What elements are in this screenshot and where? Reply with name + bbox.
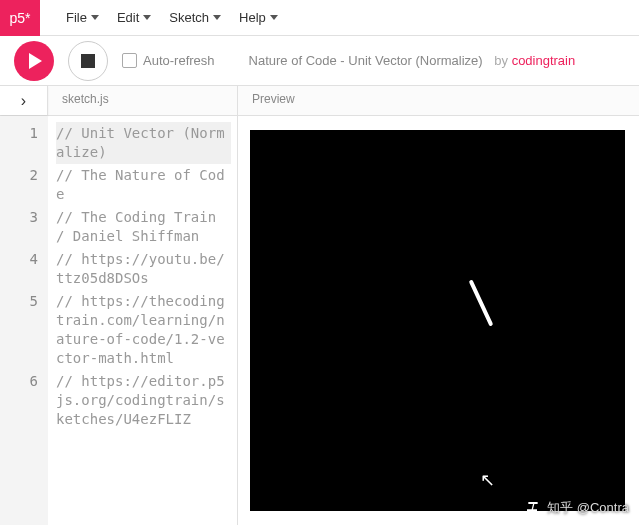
cursor-icon: ↖ — [480, 469, 495, 491]
by-label: by — [494, 53, 508, 68]
code-line[interactable]: // https://thecodingtrain.com/learning/n… — [56, 290, 231, 370]
auto-refresh-toggle: Auto-refresh — [122, 53, 215, 68]
tab-preview: Preview — [238, 86, 309, 115]
line-number: 2 — [0, 164, 48, 206]
menu-file-label: File — [66, 10, 87, 25]
menu-sketch[interactable]: Sketch — [163, 6, 227, 29]
preview-canvas[interactable]: ↖ — [250, 130, 625, 511]
stop-icon — [81, 54, 95, 68]
vector-line-graphic — [469, 280, 494, 327]
line-number: 1 — [0, 122, 48, 164]
menubar: p5* File Edit Sketch Help — [0, 0, 639, 36]
caret-down-icon — [270, 15, 278, 20]
line-number: 6 — [0, 370, 48, 431]
line-gutter: 123456 — [0, 116, 48, 525]
line-number: 4 — [0, 248, 48, 290]
sketch-title: Nature of Code - Unit Vector (Normalize)… — [249, 53, 625, 68]
code-line[interactable]: // Unit Vector (Normalize) — [56, 122, 231, 164]
workspace: 123456 // Unit Vector (Normalize)// The … — [0, 116, 639, 525]
code-editor[interactable]: // Unit Vector (Normalize)// The Nature … — [48, 116, 237, 525]
zhihu-icon — [525, 500, 541, 516]
caret-down-icon — [213, 15, 221, 20]
code-line[interactable]: // The Nature of Code — [56, 164, 231, 206]
play-button[interactable] — [14, 41, 54, 81]
preview-pane: ↖ — [238, 116, 639, 525]
by-line: by codingtrain — [494, 53, 575, 68]
menu-edit[interactable]: Edit — [111, 6, 157, 29]
tabs-row: › sketch.js Preview — [0, 86, 639, 116]
code-line[interactable]: // https://editor.p5js.org/codingtrain/s… — [56, 370, 231, 431]
line-number: 3 — [0, 206, 48, 248]
chevron-right-icon: › — [21, 92, 26, 110]
editor-pane: 123456 // Unit Vector (Normalize)// The … — [0, 116, 238, 525]
menu-help[interactable]: Help — [233, 6, 284, 29]
caret-down-icon — [91, 15, 99, 20]
code-line[interactable]: // The Coding Train / Daniel Shiffman — [56, 206, 231, 248]
line-number: 5 — [0, 290, 48, 370]
watermark: 知乎 @Contra — [525, 499, 629, 517]
menu-edit-label: Edit — [117, 10, 139, 25]
toolbar: Auto-refresh Nature of Code - Unit Vecto… — [0, 36, 639, 86]
play-icon — [29, 53, 42, 69]
p5-logo[interactable]: p5* — [0, 0, 40, 36]
tab-sketch-file[interactable]: sketch.js — [48, 86, 238, 115]
menu-sketch-label: Sketch — [169, 10, 209, 25]
auto-refresh-label: Auto-refresh — [143, 53, 215, 68]
menu-items: File Edit Sketch Help — [40, 6, 284, 29]
auto-refresh-checkbox[interactable] — [122, 53, 137, 68]
code-line[interactable]: // https://youtu.be/ttz05d8DSOs — [56, 248, 231, 290]
expand-sidebar-button[interactable]: › — [0, 86, 48, 115]
menu-help-label: Help — [239, 10, 266, 25]
author-link[interactable]: codingtrain — [512, 53, 576, 68]
stop-button[interactable] — [68, 41, 108, 81]
menu-file[interactable]: File — [60, 6, 105, 29]
caret-down-icon — [143, 15, 151, 20]
watermark-text: 知乎 @Contra — [547, 499, 629, 517]
sketch-title-text: Nature of Code - Unit Vector (Normalize) — [249, 53, 483, 68]
